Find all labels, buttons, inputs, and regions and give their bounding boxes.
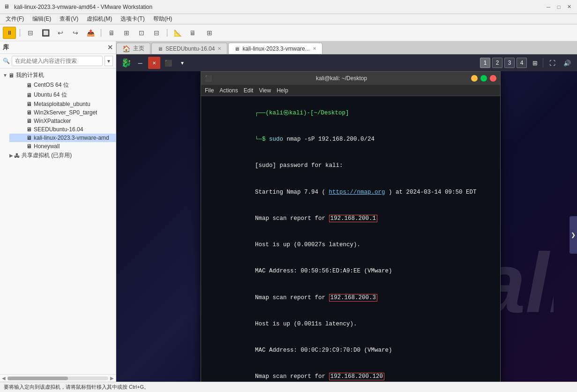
menu-view[interactable]: 查看(V) bbox=[56, 14, 82, 24]
menu-file[interactable]: 文件(F) bbox=[2, 14, 28, 24]
toolbar-view4[interactable]: ⊟ bbox=[150, 27, 163, 39]
vm-icon: 🖥 bbox=[26, 126, 32, 133]
pause-button[interactable]: ⏸ bbox=[3, 27, 16, 39]
toolbar-snapshot-fwd[interactable]: ↪ bbox=[69, 27, 82, 39]
term-line-5: Nmap scan report for 192.168.200.1 bbox=[206, 205, 495, 232]
terminal-window[interactable]: ⬛ kali@kali: ~/Desktop File Actions Edit… bbox=[201, 71, 501, 382]
vm-tab-4[interactable]: 4 bbox=[517, 58, 527, 68]
menu-bar: 文件(F) 编辑(E) 查看(V) 虚拟机(M) 选项卡(T) 帮助(H) bbox=[0, 14, 577, 24]
panel-close-button[interactable]: ✕ bbox=[107, 44, 113, 51]
term-line-4: Starting Nmap 7.94 ( https://nmap.org ) … bbox=[206, 179, 495, 205]
toolbar-snapshot-back[interactable]: ↩ bbox=[54, 27, 67, 39]
scroll-left-icon: ◀ bbox=[2, 376, 6, 381]
vm-kali-icon[interactable]: 🐉 bbox=[120, 57, 132, 69]
title-bar: 🖥 kali-linux-2023.3-vmware-amd64 - VMwar… bbox=[0, 0, 577, 14]
menu-tab[interactable]: 选项卡(T) bbox=[117, 14, 148, 24]
vm-tab-2[interactable]: 2 bbox=[492, 58, 502, 68]
toolbar-size[interactable]: 📐 bbox=[171, 27, 184, 39]
term-menu-view[interactable]: View bbox=[259, 87, 271, 94]
search-bar: 🔍 ▼ bbox=[0, 54, 116, 68]
vm-icon: 🖥 bbox=[26, 109, 32, 116]
scroll-right-icon: ▶ bbox=[110, 376, 114, 381]
maximize-button[interactable]: □ bbox=[555, 3, 563, 11]
vm-workspace-icon[interactable]: ⊞ bbox=[529, 57, 541, 69]
vm-fullscreen-button[interactable]: ⛶ bbox=[546, 57, 558, 69]
terminal-minimize[interactable] bbox=[471, 75, 478, 82]
tab-seed[interactable]: 🖥 SEEDUbuntu-16.04 ✕ bbox=[151, 43, 227, 54]
vm-icon: 🖥 bbox=[26, 92, 32, 98]
tree-item-winxp[interactable]: 🖥 WinXPattacker bbox=[9, 117, 116, 125]
tree-item-kali[interactable]: 🖥 kali-linux-2023.3-vmware-amd bbox=[9, 134, 116, 142]
vm-sound-button[interactable]: 🔊 bbox=[561, 57, 573, 69]
tab-bar: 🏠 主页 🖥 SEEDUbuntu-16.04 ✕ 🖥 kali-linux-2… bbox=[116, 41, 577, 54]
term-menu-file[interactable]: File bbox=[205, 87, 214, 94]
toolbar-view2[interactable]: ⊞ bbox=[120, 27, 133, 39]
app-icon: 🖥 bbox=[4, 3, 11, 11]
term-menu-help[interactable]: Help bbox=[277, 87, 288, 94]
computer-icon: 🖥 bbox=[8, 72, 14, 79]
toolbar-view1[interactable]: 🖥 bbox=[105, 27, 118, 39]
terminal-menubar: File Actions Edit View Help bbox=[201, 85, 500, 96]
vm-tab-1[interactable]: 1 bbox=[480, 58, 490, 68]
toolbar-screen[interactable]: 🖥 bbox=[186, 27, 199, 39]
vm-settings[interactable]: ✕ bbox=[148, 57, 160, 69]
tree-my-computer[interactable]: ▼ 🖥 我的计算机 bbox=[0, 70, 116, 80]
tab-kali[interactable]: 🖥 kali-linux-2023.3-vmware... ✕ bbox=[228, 43, 322, 54]
vm-tab-3[interactable]: 3 bbox=[504, 58, 515, 68]
search-dropdown-button[interactable]: ▼ bbox=[105, 56, 113, 66]
tree-item-centos[interactable]: 🖥 CentOS 64 位 bbox=[9, 80, 116, 90]
vm-minimize[interactable]: ─ bbox=[134, 57, 146, 69]
toolbar-view3[interactable]: ⊡ bbox=[135, 27, 148, 39]
toolbar-vm-btn1[interactable]: ⊟ bbox=[24, 27, 37, 39]
tree-item-honeywall[interactable]: 🖥 Honeywall bbox=[9, 142, 116, 151]
term-menu-edit[interactable]: Edit bbox=[244, 87, 254, 94]
tree-root-label: 我的计算机 bbox=[16, 71, 44, 79]
menu-vm[interactable]: 虚拟机(M) bbox=[83, 14, 116, 24]
scrollbar-thumb[interactable] bbox=[7, 377, 68, 380]
term-menu-actions[interactable]: Actions bbox=[219, 87, 238, 94]
tab-seed-close[interactable]: ✕ bbox=[217, 46, 221, 51]
kali-desktop[interactable]: Kali Trash bbox=[116, 71, 577, 382]
tab-home[interactable]: 🏠 主页 bbox=[116, 43, 150, 54]
tree-item-ubuntu[interactable]: 🖥 Ubuntu 64 位 bbox=[9, 90, 116, 100]
terminal-maximize[interactable] bbox=[480, 75, 487, 82]
terminal-icon: ⬛ bbox=[205, 75, 212, 82]
terminal-close[interactable] bbox=[490, 75, 496, 82]
tree-item-shared[interactable]: ▶ 🖧 共享虚拟机 (已弃用) bbox=[0, 151, 116, 160]
toolbar-vm-btn2[interactable]: 🔲 bbox=[39, 27, 52, 39]
left-panel-scrollbar[interactable]: ◀ ▶ bbox=[0, 374, 116, 382]
search-icon: 🔍 bbox=[3, 58, 10, 64]
tree-label-seed: SEEDUbuntu-16.04 bbox=[34, 126, 83, 133]
tree-label-metasploitable: Metasploitable_ubuntu bbox=[34, 101, 90, 107]
close-button[interactable]: ✕ bbox=[565, 3, 573, 11]
search-input[interactable] bbox=[12, 56, 103, 66]
right-content: 🏠 主页 🖥 SEEDUbuntu-16.04 ✕ 🖥 kali-linux-2… bbox=[116, 41, 577, 382]
tree-item-seed[interactable]: 🖥 SEEDUbuntu-16.04 bbox=[9, 125, 116, 134]
status-bar: 要将输入定向到该虚拟机，请将鼠标指针移入其中或按 Ctrl+G。 bbox=[0, 382, 577, 392]
right-panel-handle[interactable]: ❯ bbox=[570, 216, 577, 254]
term-line-11: Nmap scan report for 192.168.200.120 bbox=[206, 364, 495, 382]
tree-label-shared: 共享虚拟机 (已弃用) bbox=[22, 151, 72, 159]
terminal-titlebar: ⬛ kali@kali: ~/Desktop bbox=[201, 72, 500, 85]
vm-viewport[interactable]: 🐉 ─ ✕ ⬛ ▼ 1 2 3 4 ⊞ ⛶ 🔊 bbox=[116, 54, 577, 382]
window-controls[interactable]: ─ □ ✕ bbox=[544, 3, 573, 11]
term-line-9: Host is up (0.0011s latency). bbox=[206, 311, 495, 337]
panel-title: 库 bbox=[3, 43, 9, 52]
terminal-body[interactable]: ┌──(kali㉿kali)-[~/Desktop] └─$ sudo nmap… bbox=[201, 96, 500, 382]
menu-help[interactable]: 帮助(H) bbox=[150, 14, 176, 24]
tree-label-kali: kali-linux-2023.3-vmware-amd bbox=[34, 135, 109, 141]
vm-tree: ▼ 🖥 我的计算机 🖥 CentOS 64 位 🖥 Ubuntu 64 位 🖥 bbox=[0, 68, 116, 374]
tree-item-metasploitable[interactable]: 🖥 Metasploitable_ubuntu bbox=[9, 100, 116, 108]
scrollbar-track[interactable] bbox=[7, 377, 108, 380]
tree-item-win2k[interactable]: 🖥 Win2kServer_SP0_target bbox=[9, 108, 116, 117]
vm-terminal-icon[interactable]: ⬛ bbox=[162, 57, 174, 69]
menu-edit[interactable]: 编辑(E) bbox=[29, 14, 55, 24]
vm-apps-dropdown[interactable]: ▼ bbox=[176, 57, 188, 69]
minimize-button[interactable]: ─ bbox=[544, 3, 553, 11]
status-text: 要将输入定向到该虚拟机，请将鼠标指针移入其中或按 Ctrl+G。 bbox=[4, 384, 573, 391]
term-line-3: [sudo] password for kali: bbox=[206, 153, 495, 179]
toolbar-snapshot-mgr[interactable]: 📤 bbox=[84, 27, 97, 39]
tab-kali-close[interactable]: ✕ bbox=[313, 46, 316, 51]
term-line-6: Host is up (0.00027s latency). bbox=[206, 232, 495, 258]
toolbar-extra1[interactable]: ⊞ bbox=[203, 27, 216, 39]
